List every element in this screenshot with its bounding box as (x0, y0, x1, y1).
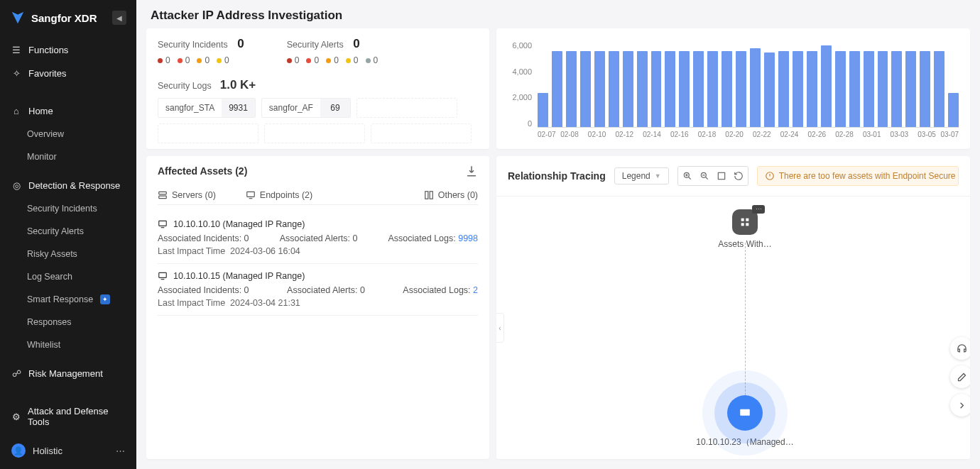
chart-bar (878, 51, 888, 127)
associated-logs-link[interactable]: 9998 (458, 233, 478, 243)
nav-functions[interactable]: ☰ Functions (0, 38, 136, 62)
graph-node-target[interactable]: 10.10.10.23（Managed… (695, 395, 795, 448)
nav-security-alerts[interactable]: Security Alerts (0, 220, 136, 243)
user-name: Holistic (33, 446, 62, 456)
incidents-breakdown: 0000 (158, 55, 244, 65)
monitor-icon (246, 190, 256, 200)
support-button[interactable] (950, 337, 970, 360)
panel-collapse-handle[interactable]: ‹ (496, 313, 504, 343)
nav-risky-assets[interactable]: Risky Assets (0, 243, 136, 265)
severity-dot: 0 (326, 55, 339, 65)
asset-item[interactable]: 10.10.10.15 (Managed IP Range)Associated… (158, 264, 478, 316)
nav-detection-label: Detection & Response (28, 180, 120, 191)
download-button[interactable] (465, 165, 478, 177)
user-menu[interactable]: 👤 Holistic ⋯ (0, 436, 136, 465)
severity-dot: 0 (346, 55, 359, 65)
svg-rect-11 (741, 219, 744, 221)
nav-risk-label: Risk Management (28, 368, 103, 379)
nav-smart-response[interactable]: Smart Response ✦ (0, 288, 136, 311)
logs-label: Security Logs (158, 81, 212, 91)
page-title: Attacker IP Address Investigation (151, 9, 966, 23)
alerts-count: 0 (353, 37, 359, 50)
tab-endpoints[interactable]: Endpoints (2) (246, 186, 312, 204)
chart-bar (623, 51, 633, 127)
menu-icon: ☰ (11, 45, 21, 55)
chart-bar (665, 51, 675, 127)
svg-rect-6 (159, 272, 167, 277)
relationship-canvas[interactable]: ‹ ⋯ Assets With… (496, 197, 970, 459)
edit-button[interactable] (950, 365, 970, 388)
nav-attack-defense-tools[interactable]: ⚙ Attack and Defense Tools (0, 399, 136, 434)
log-source-chip[interactable]: sangfor_STA9931 (158, 98, 256, 118)
chart-y-axis: 6,0004,0002,0000 (503, 35, 533, 142)
nav-risk-management[interactable]: ☍ Risk Management (0, 362, 136, 385)
nav-home[interactable]: ⌂ Home (0, 99, 136, 123)
warning-banner: There are too few assets with Endpoint S… (757, 166, 959, 186)
collapse-sidebar-button[interactable]: ◀ (112, 11, 126, 25)
alerts-breakdown: 00000 (287, 55, 378, 65)
fit-button[interactable] (714, 168, 729, 184)
chart-bar (552, 51, 562, 127)
nav-responses[interactable]: Responses (0, 311, 136, 333)
log-source-placeholder (356, 98, 457, 118)
chart-x-axis: 02-0702-0802-1002-1202-1402-1602-1802-20… (538, 128, 959, 142)
home-icon: ⌂ (11, 106, 21, 116)
expand-button[interactable] (950, 394, 970, 416)
nav-tools-label: Attack and Defense Tools (28, 406, 125, 427)
chart-bar (707, 51, 718, 127)
nav-favorites[interactable]: ✧ Favorites (0, 62, 136, 85)
brand-logo: Sangfor XDR (10, 10, 97, 26)
others-icon (424, 190, 434, 200)
chevron-down-icon: ▼ (655, 172, 661, 180)
nav-security-incidents[interactable]: Security Incidents (0, 197, 136, 220)
log-source-chips: sangfor_STA9931sangfor_AF69 (158, 98, 478, 143)
chart-bar (637, 51, 648, 127)
assets-node-icon: ⋯ (732, 209, 758, 235)
incidents-count: 0 (237, 37, 244, 50)
nav-favorites-label: Favorites (28, 68, 66, 79)
user-avatar-icon: 👤 (11, 443, 26, 458)
affected-assets-title: Affected Assets (2) (158, 165, 247, 177)
svg-rect-2 (247, 192, 255, 197)
refresh-button[interactable] (731, 168, 746, 184)
warning-icon (765, 171, 775, 181)
graph-node-assets[interactable]: ⋯ Assets With… (695, 209, 795, 249)
chart-bar (722, 51, 732, 127)
chart-bar (764, 53, 775, 127)
log-source-placeholder (158, 123, 258, 143)
asset-item[interactable]: 10.10.10.10 (Managed IP Range)Associated… (158, 212, 478, 264)
server-icon (158, 190, 168, 200)
sidebar: Sangfor XDR ◀ ☰ Functions ✧ Favorites ⌂ … (0, 0, 136, 469)
svg-rect-4 (430, 192, 432, 199)
tab-others[interactable]: Others (0) (424, 186, 478, 204)
nav-monitor[interactable]: Monitor (0, 145, 136, 168)
chart-bar (538, 93, 548, 127)
node-more-icon: ⋯ (752, 205, 765, 214)
associated-logs-link[interactable]: 2 (473, 285, 478, 295)
nav-home-label: Home (28, 106, 53, 116)
summary-card: Security Incidents 0 0000 Security Alert… (146, 28, 489, 149)
zoom-in-button[interactable] (680, 168, 695, 184)
endpoint-icon (158, 219, 168, 229)
chart-bars (538, 35, 959, 128)
nav-overview[interactable]: Overview (0, 123, 136, 145)
graph-tools (677, 166, 748, 186)
timeline-chart: 6,0004,0002,0000 02-0702-0802-1002-1202-… (496, 28, 970, 149)
chart-bar (736, 51, 746, 127)
nav-detection-response[interactable]: ◎ Detection & Response (0, 174, 136, 197)
svg-rect-1 (159, 196, 167, 199)
svg-rect-3 (425, 192, 428, 199)
svg-rect-14 (746, 223, 748, 226)
nav-log-search[interactable]: Log Search (0, 265, 136, 288)
nav-whitelist[interactable]: Whitelist (0, 333, 136, 356)
severity-dot: 0 (287, 55, 300, 65)
zoom-out-button[interactable] (697, 168, 712, 184)
chart-bar (849, 51, 860, 127)
log-source-chip[interactable]: sangfor_AF69 (261, 98, 351, 118)
legend-dropdown[interactable]: Legend ▼ (614, 167, 669, 184)
svg-rect-13 (741, 223, 744, 226)
chart-bar (821, 45, 832, 127)
tab-servers[interactable]: Servers (0) (158, 186, 216, 204)
severity-dot: 0 (178, 55, 190, 65)
alerts-label: Security Alerts (287, 40, 344, 50)
